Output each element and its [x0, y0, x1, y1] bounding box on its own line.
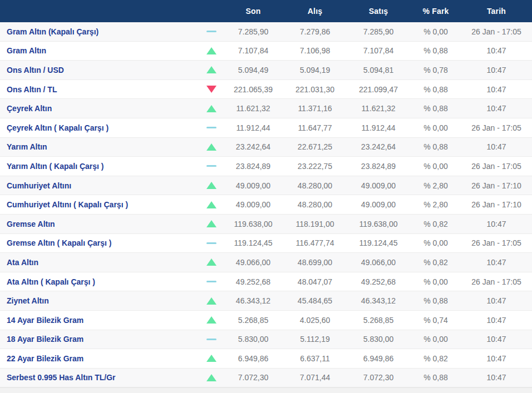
son-value: 23.824,89 — [223, 162, 284, 171]
instrument-name[interactable]: Çeyrek Altın — [0, 104, 200, 113]
satis-value: 119.124,45 — [346, 238, 411, 247]
fark-value: % 0,00 — [411, 162, 461, 171]
tarih-value: 10:47 — [461, 85, 532, 94]
instrument-name[interactable]: Ata Altın ( Kapalı Çarşı ) — [0, 277, 200, 286]
table-row: Gremse Altın ( Kapalı Çarşı ) 119.124,45… — [0, 234, 532, 253]
instrument-name[interactable]: 14 Ayar Bilezik Gram — [0, 316, 200, 325]
fark-value: % 0,88 — [411, 296, 461, 305]
gold-prices-table: Son Alış Satış % Fark Tarih Gram Altın (… — [0, 0, 532, 393]
fark-value: % 0,82 — [411, 258, 461, 267]
instrument-name[interactable]: Ons Altın / TL — [0, 85, 200, 94]
satis-value: 221.099,47 — [346, 85, 411, 94]
instrument-name[interactable]: 22 Ayar Bilezik Gram — [0, 354, 200, 363]
table-row: Cumhuriyet Altını ( Kapalı Çarşı ) 49.00… — [0, 195, 532, 215]
alis-value: 4.025,60 — [284, 316, 346, 325]
trend-up-icon — [206, 220, 216, 227]
alis-value: 5.094,19 — [284, 66, 346, 74]
fark-value: % 0,00 — [411, 123, 461, 132]
instrument-name[interactable]: Yarım Altın — [0, 142, 200, 151]
table-row: 14 Ayar Bilezik Gram 5.268,85 4.025,60 5… — [0, 311, 532, 330]
tarih-value: 10:47 — [461, 46, 532, 55]
alis-value: 7.279,86 — [284, 27, 346, 36]
fark-value: % 0,88 — [411, 85, 461, 94]
tarih-value: 10:47 — [461, 316, 532, 325]
son-value: 5.830,00 — [223, 335, 284, 344]
instrument-name[interactable]: Çeyrek Altın ( Kapalı Çarşı ) — [0, 123, 200, 132]
alis-value: 11.371,16 — [284, 104, 346, 113]
satis-value: 7.107,84 — [346, 46, 411, 55]
satis-value: 49.009,00 — [346, 181, 411, 190]
fark-value: % 0,78 — [411, 66, 461, 74]
son-value: 7.072,30 — [223, 373, 284, 382]
fark-value: % 2,80 — [411, 181, 461, 190]
fark-value: % 0,00 — [411, 335, 461, 344]
table-row: Gram Altın 7.107,84 7.106,98 7.107,84 % … — [0, 42, 532, 61]
satis-value: 49.009,00 — [346, 200, 411, 209]
satis-value: 46.343,12 — [346, 296, 411, 305]
fark-value: % 0,82 — [411, 220, 461, 228]
fark-value: % 0,88 — [411, 104, 461, 113]
satis-value: 11.912,44 — [346, 123, 411, 132]
trend-cell — [200, 242, 223, 244]
instrument-name[interactable]: Cumhuriyet Altını ( Kapalı Çarşı ) — [0, 200, 200, 209]
table-row: 18 Ayar Bilezik Gram 5.830,00 5.112,19 5… — [0, 330, 532, 350]
header-tarih: Tarih — [461, 7, 532, 16]
tarih-value: 26 Jan - 17:05 — [461, 123, 532, 132]
trend-cell — [200, 86, 223, 93]
alis-value: 48.280,00 — [284, 200, 346, 209]
tarih-value: 10:47 — [461, 220, 532, 228]
fark-value: % 0,88 — [411, 373, 461, 382]
son-value: 11.912,44 — [223, 123, 284, 132]
table-body: Gram Altın (Kapalı Çarşı) 7.285,90 7.279… — [0, 22, 532, 387]
son-value: 23.242,64 — [223, 142, 284, 151]
satis-value: 11.621,32 — [346, 104, 411, 113]
instrument-name[interactable]: Gram Altın — [0, 46, 200, 55]
alis-value: 221.031,30 — [284, 85, 346, 94]
satis-value: 5.268,85 — [346, 316, 411, 325]
table-row: Çeyrek Altın ( Kapalı Çarşı ) 11.912,44 … — [0, 118, 532, 138]
trend-cell — [200, 66, 223, 73]
instrument-name[interactable]: Yarım Altın ( Kapalı Çarşı ) — [0, 162, 200, 171]
trend-cell — [200, 281, 223, 282]
instrument-name[interactable]: Gram Altın (Kapalı Çarşı) — [0, 27, 200, 36]
instrument-name[interactable]: Serbest 0.995 Has Altın TL/Gr — [0, 373, 200, 382]
son-value: 119.124,45 — [223, 238, 284, 247]
instrument-name[interactable]: Ons Altın / USD — [0, 66, 200, 74]
alis-value: 48.047,07 — [284, 277, 346, 286]
tarih-value: 10:47 — [461, 296, 532, 305]
tarih-value: 26 Jan - 17:05 — [461, 238, 532, 247]
instrument-name[interactable]: Gremse Altın — [0, 220, 200, 228]
trend-up-icon — [206, 297, 216, 305]
satis-value: 119.638,00 — [346, 220, 411, 228]
trend-down-icon — [206, 86, 216, 93]
trend-cell — [200, 316, 223, 324]
trend-up-icon — [206, 355, 216, 362]
header-satis: Satış — [346, 7, 411, 16]
trend-flat-icon — [206, 31, 216, 32]
trend-cell — [200, 374, 223, 381]
trend-cell — [200, 258, 223, 266]
instrument-name[interactable]: Ziynet Altın — [0, 296, 200, 305]
tarih-value: 26 Jan - 17:05 — [461, 27, 532, 36]
son-value: 5.094,49 — [223, 66, 284, 74]
instrument-name[interactable]: Cumhuriyet Altını — [0, 181, 200, 190]
bottom-strip — [0, 387, 532, 393]
satis-value: 7.072,30 — [346, 373, 411, 382]
alis-value: 23.222,75 — [284, 162, 346, 171]
alis-value: 45.484,65 — [284, 296, 346, 305]
tarih-value: 10:47 — [461, 142, 532, 151]
alis-value: 22.671,25 — [284, 142, 346, 151]
table-row: Ons Altın / USD 5.094,49 5.094,19 5.094,… — [0, 61, 532, 80]
instrument-name[interactable]: Gremse Altın ( Kapalı Çarşı ) — [0, 238, 200, 247]
son-value: 11.621,32 — [223, 104, 284, 113]
trend-up-icon — [206, 201, 216, 208]
satis-value: 5.094,81 — [346, 66, 411, 74]
instrument-name[interactable]: 18 Ayar Bilezik Gram — [0, 335, 200, 344]
instrument-name[interactable]: Ata Altın — [0, 258, 200, 267]
fark-value: % 0,88 — [411, 142, 461, 151]
trend-up-icon — [206, 182, 216, 189]
trend-flat-icon — [206, 127, 216, 128]
trend-up-icon — [206, 143, 216, 151]
table-row: Yarım Altın 23.242,64 22.671,25 23.242,6… — [0, 138, 532, 157]
tarih-value: 26 Jan - 17:05 — [461, 277, 532, 286]
